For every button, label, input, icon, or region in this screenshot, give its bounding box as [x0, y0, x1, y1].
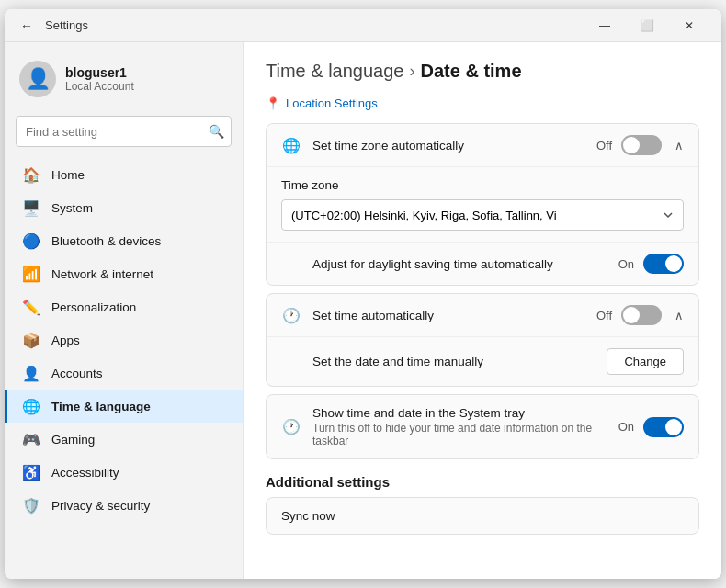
show-tray-sub: Turn this off to hide your time and date…: [312, 422, 607, 447]
show-tray-row: 🕐 Show time and date in the System tray …: [267, 395, 698, 458]
sidebar-item-gaming[interactable]: 🎮 Gaming: [5, 423, 243, 456]
sidebar-item-time-language-label: Time & language: [51, 400, 151, 413]
breadcrumb: Time & language › Date & time: [266, 61, 699, 82]
bluetooth-icon: 🔵: [22, 232, 40, 250]
set-timezone-auto-row: 🌐 Set time zone automatically Off ∧: [267, 124, 698, 167]
show-tray-toggle-knob: [665, 419, 682, 435]
location-icon: 📍: [266, 96, 280, 110]
set-time-auto-label: Set time automatically: [312, 309, 585, 322]
show-tray-right: On: [618, 417, 684, 437]
arrow-annotation-2: ➤: [634, 378, 667, 387]
set-time-auto-status: Off: [596, 309, 612, 322]
sidebar-item-gaming-label: Gaming: [51, 433, 95, 447]
titlebar-title: Settings: [45, 18, 584, 32]
network-icon: 📶: [22, 265, 40, 283]
sidebar-item-apps-label: Apps: [51, 334, 80, 347]
apps-icon: 📦: [22, 331, 40, 349]
set-timezone-auto-chevron-icon[interactable]: ∧: [675, 139, 684, 153]
set-time-auto-toggle[interactable]: [621, 305, 662, 325]
titlebar-back-button[interactable]: ←: [16, 15, 38, 37]
sidebar-item-network-label: Network & internet: [51, 267, 153, 281]
globe-icon: 🌐: [281, 135, 301, 155]
set-time-auto-right: Off ∧: [596, 305, 684, 325]
main-layout: 👤 bloguser1 Local Account 🔍 🏠 Home 🖥️ Sy…: [5, 42, 721, 579]
sidebar-item-personalization[interactable]: ✏️ Personalization: [5, 290, 243, 323]
breadcrumb-current: Date & time: [420, 61, 521, 82]
user-info: bloguser1 Local Account: [65, 65, 134, 93]
set-timezone-auto-status: Off: [596, 139, 612, 153]
sidebar-item-home[interactable]: 🏠 Home: [5, 158, 243, 191]
sidebar-item-system[interactable]: 🖥️ System: [5, 191, 243, 224]
sidebar-item-bluetooth-label: Bluetooth & devices: [51, 234, 161, 248]
show-tray-status: On: [618, 420, 634, 434]
content-area: Time & language › Date & time 📍 Location…: [244, 42, 721, 579]
sidebar-item-accessibility-label: Accessibility: [51, 466, 119, 480]
sync-row: Sync now: [267, 498, 698, 534]
privacy-icon: 🛡️: [22, 496, 40, 514]
clock-icon: 🕐: [281, 305, 301, 325]
maximize-button[interactable]: ⬜: [626, 9, 668, 42]
user-sub: Local Account: [65, 80, 134, 93]
personalization-icon: ✏️: [22, 298, 40, 316]
accounts-icon: 👤: [22, 364, 40, 382]
sidebar-item-accounts[interactable]: 👤 Accounts: [5, 356, 243, 390]
sidebar-item-network[interactable]: 📶 Network & internet: [5, 257, 243, 290]
search-box: 🔍: [16, 116, 232, 147]
sidebar-item-apps[interactable]: 📦 Apps: [5, 323, 243, 356]
breadcrumb-parent: Time & language: [266, 61, 403, 82]
tray-icon: 🕐: [281, 417, 301, 437]
show-tray-label: Show time and date in the System tray: [312, 406, 607, 420]
daylight-icon: [281, 254, 301, 274]
additional-settings-title: Additional settings: [266, 474, 699, 490]
titlebar: ← Settings — ⬜ ✕: [5, 9, 721, 42]
daylight-saving-toggle-knob: [665, 255, 682, 272]
time-language-icon: 🌐: [22, 397, 40, 415]
system-icon: 🖥️: [22, 198, 40, 217]
sidebar-item-accessibility[interactable]: ♿ Accessibility: [5, 456, 243, 489]
daylight-saving-right: On: [618, 254, 684, 274]
sidebar: 👤 bloguser1 Local Account 🔍 🏠 Home 🖥️ Sy…: [5, 42, 244, 579]
timezone-select[interactable]: (UTC+02:00) Helsinki, Kyiv, Riga, Sofia,…: [281, 199, 684, 231]
sidebar-item-system-label: System: [51, 201, 93, 215]
sidebar-item-privacy-label: Privacy & security: [51, 499, 150, 513]
breadcrumb-chevron-icon: ›: [409, 62, 414, 81]
sidebar-item-bluetooth[interactable]: 🔵 Bluetooth & devices: [5, 224, 243, 257]
change-button[interactable]: Change: [607, 348, 684, 375]
sidebar-item-privacy[interactable]: 🛡️ Privacy & security: [5, 489, 243, 522]
set-timezone-auto-right: Off ∧: [596, 135, 684, 155]
close-button[interactable]: ✕: [668, 9, 710, 42]
timezone-label: Time zone: [281, 178, 684, 192]
daylight-saving-status: On: [618, 257, 634, 271]
gaming-icon: 🎮: [22, 430, 40, 448]
time-auto-card: 🕐 Set time automatically Off ∧ ➤: [266, 293, 699, 387]
manual-time-label: Set the date and time manually: [312, 355, 596, 368]
daylight-saving-toggle[interactable]: [643, 254, 684, 274]
manual-time-row: Set the date and time manually Change ➤: [267, 337, 698, 386]
titlebar-controls: — ⬜ ✕: [584, 9, 710, 42]
set-time-auto-chevron-icon[interactable]: ∧: [675, 309, 684, 322]
show-tray-toggle[interactable]: [643, 417, 684, 437]
set-timezone-auto-toggle[interactable]: [621, 135, 662, 155]
user-name: bloguser1: [65, 65, 134, 80]
tray-card: 🕐 Show time and date in the System tray …: [266, 394, 699, 459]
daylight-saving-label: Adjust for daylight saving time automati…: [312, 257, 607, 271]
user-profile: 👤 bloguser1 Local Account: [5, 53, 243, 112]
avatar: 👤: [19, 61, 56, 97]
show-tray-text: Show time and date in the System tray Tu…: [312, 406, 607, 447]
minimize-button[interactable]: —: [584, 9, 626, 42]
timezone-card: 🌐 Set time zone automatically Off ∧ Time…: [266, 123, 699, 286]
set-time-auto-toggle-knob: [623, 307, 640, 323]
location-settings-link[interactable]: 📍 Location Settings: [266, 96, 699, 110]
timezone-section: Time zone (UTC+02:00) Helsinki, Kyiv, Ri…: [267, 167, 698, 243]
manual-icon: [281, 352, 301, 372]
sidebar-item-personalization-label: Personalization: [51, 300, 136, 314]
settings-window: ← Settings — ⬜ ✕ 👤 bloguser1 Local Accou…: [5, 9, 721, 579]
daylight-saving-row: Adjust for daylight saving time automati…: [267, 243, 698, 285]
arrow-annotation-1: ➤: [645, 293, 678, 299]
sidebar-item-accounts-label: Accounts: [51, 367, 103, 380]
manual-time-right: Change: [607, 348, 684, 375]
search-icon[interactable]: 🔍: [209, 124, 224, 139]
sidebar-item-time-language[interactable]: 🌐 Time & language: [5, 390, 243, 423]
set-timezone-auto-label: Set time zone automatically: [312, 139, 585, 153]
search-input[interactable]: [16, 116, 232, 147]
